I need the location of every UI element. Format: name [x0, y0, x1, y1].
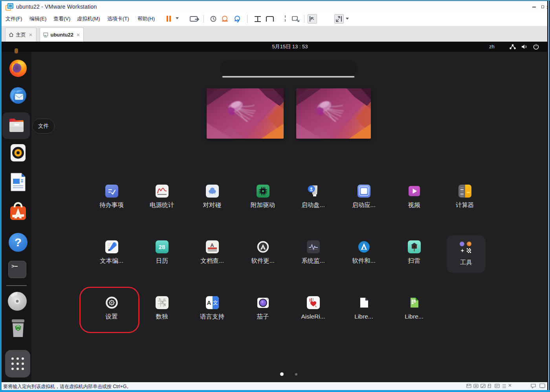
svg-text:7: 7: [158, 298, 160, 301]
svg-text:5: 5: [164, 304, 165, 306]
svg-text:3: 3: [161, 301, 163, 304]
svg-text:A: A: [210, 242, 214, 248]
svg-text:1: 1: [164, 298, 165, 301]
